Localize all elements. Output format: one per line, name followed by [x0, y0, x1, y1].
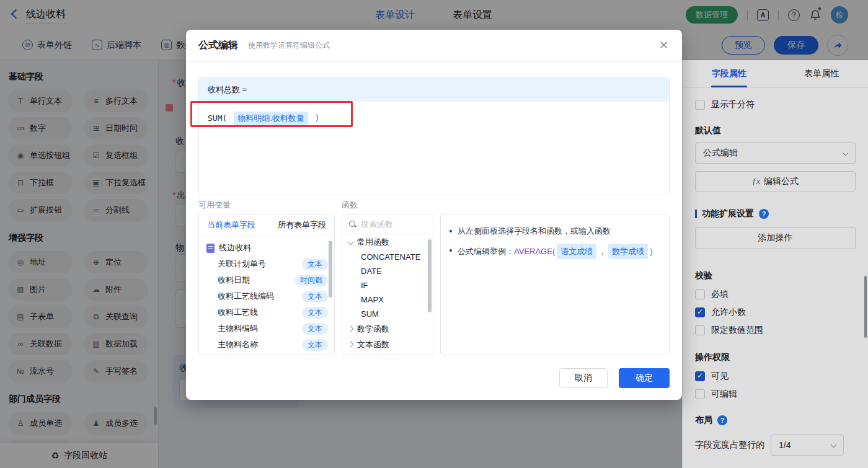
field-name: 收料工艺线编码 [218, 291, 274, 302]
type-badge: 文本 [302, 339, 328, 351]
functions-panel: 搜索函数 常用函数 CONCATENATE DATE IF MAPX SUM 数… [342, 214, 433, 355]
group-label: 常用函数 [357, 237, 389, 248]
field-name: 收料工艺线 [218, 307, 258, 318]
tip-line-example: 公式编辑举例：AVERAGE(语文成绩，数学成绩) [450, 244, 660, 259]
field-name: 主物料名称 [218, 339, 258, 350]
tip-text: 公式编辑举例：AVERAGE(语文成绩，数学成绩) [458, 244, 653, 259]
field-name: 主物料编码 [218, 323, 258, 334]
bullet [450, 249, 452, 252]
function-item[interactable]: CONCATENATE [342, 250, 433, 264]
field-chip: 数学成绩 [608, 244, 648, 259]
tip-line: 从左侧面板选择字段名和函数，或输入函数 [450, 224, 660, 237]
variables-tabs: 当前表单字段 所有表单字段 [199, 214, 334, 236]
function-item[interactable]: DATE [342, 264, 433, 278]
function-item[interactable]: IF [342, 278, 433, 293]
example-function: AVERAGE( [514, 247, 555, 256]
tree-root-label: 线边收料 [219, 242, 251, 254]
variables-label: 可用变量 [198, 200, 231, 211]
function-item[interactable]: SUM [342, 307, 433, 321]
chevron-right-icon [348, 342, 354, 348]
type-badge: 文本 [302, 323, 328, 335]
search-icon [349, 221, 356, 228]
app-root: 线边收料 表单设计 表单设置 数据管理 A ? 检 ⊘ 表单外链 ∿ 后端脚本 [0, 0, 868, 468]
field-chip: 语文成绩 [557, 244, 596, 259]
cancel-button[interactable]: 取消 [559, 368, 608, 388]
type-badge: 时间戳 [294, 275, 328, 286]
group-label: 数学函数 [357, 324, 389, 335]
type-badge: 文本 [302, 307, 328, 319]
type-badge: 文本 [302, 258, 328, 270]
confirm-button[interactable]: 确定 [619, 368, 670, 388]
list-item[interactable]: 收料工艺线编码文本 [199, 288, 334, 304]
chevron-right-icon [348, 326, 354, 332]
list-item[interactable]: 关联计划单号文本 [199, 256, 334, 272]
search-placeholder: 搜索函数 [361, 219, 393, 230]
functions-label: 函数 [342, 200, 358, 211]
tab-all-form-fields[interactable]: 所有表单字段 [278, 219, 326, 231]
variables-scrollbar[interactable] [329, 241, 332, 298]
tab-current-form-fields[interactable]: 当前表单字段 [207, 219, 255, 231]
comma: ， [598, 247, 606, 256]
close-icon[interactable]: ✕ [659, 40, 668, 51]
list-item[interactable]: 收料工艺线文本 [199, 304, 334, 320]
list-item[interactable]: 收料日期时间戳 [199, 272, 334, 288]
bullet [450, 230, 452, 232]
modal-header: 公式编辑 使用数学运算符编辑公式 ✕ [186, 30, 682, 62]
chevron-down-icon [348, 239, 354, 245]
function-search[interactable]: 搜索函数 [342, 214, 433, 234]
field-name: 收料日期 [218, 275, 250, 286]
formula-target: 收料总数 = [199, 78, 669, 102]
tree-root[interactable]: 线边收料 [199, 240, 334, 256]
annotation-highlight-box [190, 101, 353, 127]
type-badge: 文本 [302, 291, 328, 302]
tips-panel: 从左侧面板选择字段名和函数，或输入函数 公式编辑举例：AVERAGE(语文成绩，… [440, 214, 670, 355]
function-group-math[interactable]: 数学函数 [342, 321, 433, 337]
modal-overlay [682, 0, 868, 60]
list-item-partial[interactable] [199, 353, 334, 355]
function-item[interactable]: MAPX [342, 293, 433, 307]
functions-scrollbar[interactable] [428, 239, 432, 312]
example-prefix: 公式编辑举例： [458, 247, 514, 256]
variables-tree: 线边收料 关联计划单号文本 收料日期时间戳 收料工艺线编码文本 收料工艺线文本 … [199, 236, 334, 355]
tip-text: 从左侧面板选择字段名和函数，或输入函数 [458, 224, 611, 237]
modal-subtitle: 使用数学运算符编辑公式 [248, 40, 330, 51]
function-group-text[interactable]: 文本函数 [342, 337, 433, 352]
list-item[interactable]: 主物料名称文本 [199, 337, 334, 353]
group-label: 文本函数 [357, 339, 389, 350]
form-doc-icon [206, 244, 215, 253]
field-name: 关联计划单号 [218, 258, 266, 270]
modal-title: 公式编辑 [198, 39, 238, 52]
variables-panel: 当前表单字段 所有表单字段 线边收料 关联计划单号文本 收料日期时间戳 收料工艺… [198, 214, 335, 355]
list-item[interactable]: 主物料编码文本 [199, 320, 334, 337]
formula-editor-modal: 公式编辑 使用数学运算符编辑公式 ✕ 收料总数 = SUM( 物料明细.收料数量… [186, 30, 682, 400]
formula-input-box[interactable]: 收料总数 = SUM( 物料明细.收料数量 ) [198, 77, 670, 195]
example-close-paren: ) [650, 247, 652, 256]
function-group-common[interactable]: 常用函数 [342, 234, 433, 250]
modal-overlay-light [682, 60, 868, 468]
